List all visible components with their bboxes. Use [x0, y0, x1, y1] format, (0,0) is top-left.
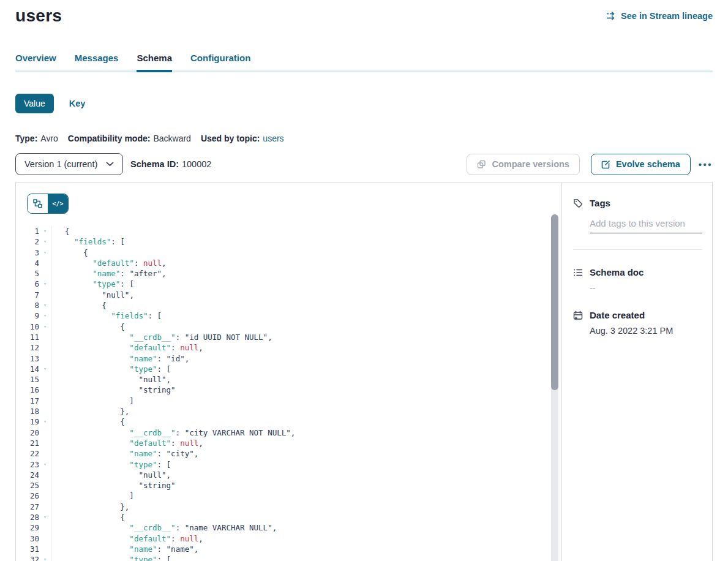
tab-schema[interactable]: Schema [137, 53, 172, 72]
code-text: }, [51, 406, 561, 416]
value-toggle-button[interactable]: Value [15, 94, 54, 113]
topic-label: Used by topic: [201, 134, 260, 143]
code-line: 20 "__crdb__": "city VARCHAR NOT NULL", [27, 427, 561, 438]
code-text: { [51, 226, 561, 236]
line-number: 29 [27, 522, 39, 533]
value-key-toggle: Value Key [15, 94, 713, 113]
topic-link[interactable]: users [263, 134, 283, 143]
schema-id: Schema ID:100002 [130, 159, 211, 169]
fold-toggle-icon[interactable]: ▾ [39, 512, 51, 522]
code-text: ] [51, 491, 561, 501]
tree-view-button[interactable] [28, 194, 48, 213]
date-created-value: Aug. 3 2022 3:21 PM [590, 326, 702, 336]
line-number: 13 [27, 353, 39, 364]
code-line: 13 "name": "id", [27, 353, 561, 364]
fold-spacer [39, 342, 51, 353]
fold-spacer [39, 268, 51, 279]
fold-toggle-icon[interactable]: ▾ [39, 459, 51, 470]
code-line: 15 "null", [27, 374, 561, 385]
vertical-scrollbar[interactable] [551, 214, 558, 561]
fold-spacer [39, 522, 51, 533]
line-number: 5 [27, 268, 39, 279]
code-view-button[interactable]: </> [48, 194, 68, 213]
line-number: 20 [27, 427, 39, 438]
schema-doc-header: Schema doc [573, 267, 702, 277]
schema-sidebar: Tags Schema doc [561, 183, 712, 561]
page-title: users [15, 6, 62, 26]
fold-toggle-icon[interactable]: ▾ [39, 311, 51, 321]
code-line: 24 "null", [27, 470, 561, 480]
line-number: 11 [27, 332, 39, 342]
key-toggle-button[interactable]: Key [69, 99, 86, 108]
schema-id-label: Schema ID: [130, 159, 179, 169]
date-created-title: Date created [590, 310, 645, 320]
fold-toggle-icon[interactable]: ▾ [39, 364, 51, 374]
fold-spacer [39, 544, 51, 554]
more-actions-button[interactable]: ••• [699, 159, 713, 170]
schema-page: users See in Stream lineage Overview Mes… [0, 0, 728, 561]
fold-toggle-icon[interactable]: ▾ [39, 247, 51, 258]
compatibility-mode: Compatibility mode:Backward [68, 134, 191, 143]
line-number: 6 [27, 279, 39, 289]
code-text: { [51, 416, 561, 427]
fold-toggle-icon[interactable]: ▾ [39, 300, 51, 311]
compare-icon [477, 160, 486, 169]
code-line: 5 "name": "after", [27, 268, 561, 279]
code-line: 31 "name": "name", [27, 544, 561, 554]
lineage-link-label: See in Stream lineage [621, 11, 713, 21]
code-line: 7 "null", [27, 290, 561, 300]
fold-toggle-icon[interactable]: ▾ [39, 236, 51, 247]
add-tags-input[interactable] [590, 218, 702, 233]
code-line: 17 ] [27, 396, 561, 406]
code-text: "name": "after", [51, 268, 561, 279]
schema-code-viewer: </> 1▾{2▾ "fields": [3▾ {4 "default": nu… [16, 183, 561, 561]
fold-toggle-icon[interactable]: ▾ [39, 322, 51, 332]
fold-toggle-icon[interactable]: ▾ [39, 279, 51, 289]
fold-toggle-icon[interactable]: ▾ [39, 554, 51, 561]
tab-messages[interactable]: Messages [75, 53, 119, 72]
code-line: 11 "__crdb__": "id UUID NOT NULL", [27, 332, 561, 342]
fold-toggle-icon[interactable]: ▾ [39, 226, 51, 236]
compatibility-label: Compatibility mode: [68, 134, 151, 143]
see-in-stream-lineage-link[interactable]: See in Stream lineage [606, 11, 713, 21]
line-number: 26 [27, 491, 39, 501]
code-text: "null", [51, 470, 561, 480]
fold-spacer [39, 470, 51, 480]
fold-spacer [39, 396, 51, 406]
code-view-icon: </> [52, 200, 63, 207]
line-number: 3 [27, 247, 39, 258]
schema-doc-title: Schema doc [590, 267, 644, 277]
line-number: 14 [27, 364, 39, 374]
code-text: "type": [ [51, 459, 561, 470]
line-number: 32 [27, 554, 39, 561]
code-text: "null", [51, 290, 561, 300]
fold-spacer [39, 502, 51, 512]
compare-versions-button[interactable]: Compare versions [467, 154, 580, 175]
code-text: "__crdb__": "id UUID NOT NULL", [51, 332, 561, 342]
tags-header: Tags [573, 198, 702, 208]
fold-toggle-icon[interactable]: ▾ [39, 416, 51, 427]
scrollbar-thumb[interactable] [551, 214, 558, 390]
line-number: 19 [27, 416, 39, 427]
code-line: 25 "string" [27, 480, 561, 491]
version-select[interactable]: Version 1 (current) [15, 153, 123, 175]
evolve-schema-button[interactable]: Evolve schema [591, 154, 691, 175]
calendar-plus-icon [573, 311, 583, 320]
date-created-section: Date created Aug. 3 2022 3:21 PM [573, 310, 702, 336]
fold-spacer [39, 385, 51, 395]
tab-configuration[interactable]: Configuration [190, 53, 250, 72]
list-icon [573, 268, 583, 277]
tab-overview[interactable]: Overview [15, 53, 56, 72]
fold-spacer [39, 480, 51, 491]
version-action-bar: Version 1 (current) Schema ID:100002 Com… [15, 153, 713, 175]
line-number: 9 [27, 311, 39, 321]
schema-panel: </> 1▾{2▾ "fields": [3▾ {4 "default": nu… [15, 182, 713, 561]
type-label: Type: [15, 134, 37, 143]
code-text: "name": "name", [51, 544, 561, 554]
schema-meta-row: Type:Avro Compatibility mode:Backward Us… [15, 134, 713, 143]
code-text: "string" [51, 480, 561, 491]
code-text: "null", [51, 374, 561, 385]
code-line: 2▾ "fields": [ [27, 236, 561, 247]
code-line: 32▾ "type": [ [27, 554, 561, 561]
code-line: 6▾ "type": [ [27, 279, 561, 289]
